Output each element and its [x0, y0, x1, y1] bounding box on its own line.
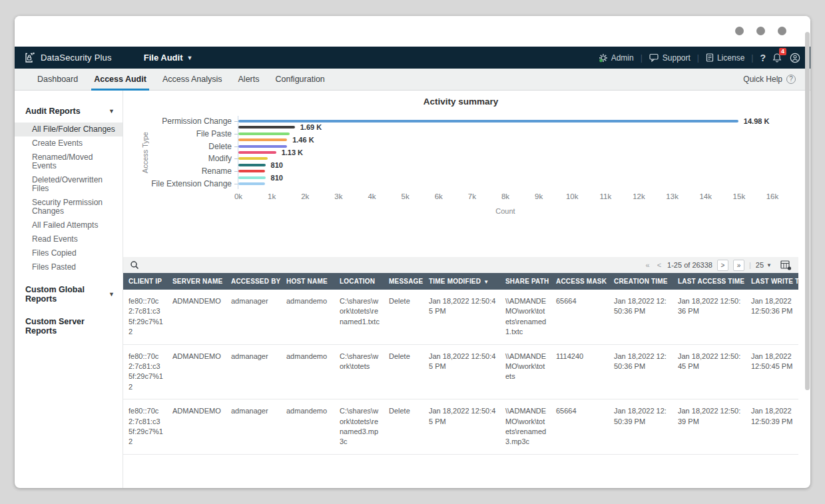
license-label: License	[717, 53, 744, 63]
table-row[interactable]: fe80::70c2:7c81:c35f:29c7%12ADMANDEMOadm…	[123, 344, 798, 399]
tab-dashboard[interactable]: Dashboard	[29, 69, 86, 91]
y-tick-mark	[234, 134, 238, 134]
next-page-button[interactable]: >	[717, 260, 728, 271]
table-cell: C:\shares\work\totets	[334, 344, 384, 399]
table-cell: admanager	[226, 399, 281, 455]
prev-page-button[interactable]: <	[656, 261, 663, 269]
chart-bar-file-paste[interactable]	[238, 132, 290, 135]
chart-data-label: 810	[271, 161, 283, 169]
license-menu[interactable]: License	[706, 53, 744, 63]
chart-bar-delete[interactable]	[238, 145, 287, 148]
chart-bar-series-1[interactable]	[238, 126, 295, 128]
sidebar-item-security-permission-changes[interactable]: Security Permission Changes	[15, 196, 123, 218]
audit-table-panel: « < 1-25 of 26338 > » | 25 ▼	[123, 257, 798, 488]
window-titlebar	[15, 16, 810, 47]
last-page-button[interactable]: »	[733, 260, 744, 271]
sidebar-item-files-pasted[interactable]: Files Pasted	[15, 260, 123, 274]
sidebar-item-files-copied[interactable]: Files Copied	[15, 246, 123, 260]
chevron-down-icon: ▼	[186, 55, 192, 61]
table-cell: 65664	[551, 290, 609, 344]
table-cell: Jan 18,2022 12:50:45 PM	[746, 344, 798, 399]
table-cell: fe80::70c2:7c81:c35f:29c7%12	[123, 344, 167, 399]
datasecurity-lock-icon	[25, 53, 35, 63]
sidebar-gap	[15, 340, 123, 345]
x-tick-label: 6k	[425, 192, 452, 200]
chart-bar-rename[interactable]	[238, 170, 265, 172]
window-control-dot[interactable]	[756, 27, 765, 35]
quick-help-button[interactable]: Quick Help ?	[743, 75, 796, 84]
table-row[interactable]: fe80::70c2:7c81:c35f:29c7%12ADMANDEMOadm…	[123, 290, 798, 344]
tab-access-audit[interactable]: Access Audit	[86, 69, 154, 91]
sidebar-section-audit-reports[interactable]: Audit Reports▼	[15, 103, 123, 120]
chart-bar-series-5[interactable]	[238, 151, 276, 154]
sidebar-section-custom-global-reports[interactable]: Custom Global Reports▼	[15, 281, 123, 308]
search-button[interactable]	[130, 260, 139, 270]
desktop-background: { "window": { "dot_count": 3 }, "header"…	[0, 0, 825, 504]
chart-bar-series-9[interactable]	[238, 176, 266, 179]
window-controls[interactable]	[735, 27, 786, 35]
tab-configuration[interactable]: Configuration	[267, 69, 332, 91]
activity-summary-chart: Activity summary Access Type Count Permi…	[123, 91, 810, 257]
window-control-dot[interactable]	[735, 27, 744, 35]
chart-category-label: Permission Change	[119, 117, 232, 126]
page-size-select[interactable]: 25 ▼	[756, 261, 772, 269]
admin-menu[interactable]: Admin	[599, 53, 634, 63]
table-cell: admandemo	[281, 290, 334, 344]
sidebar-item-deleted-overwritten-files[interactable]: Deleted/Overwritten Files	[15, 173, 123, 196]
account-button[interactable]	[790, 53, 800, 63]
sidebar-item-renamed-moved-events[interactable]: Renamed/Moved Events	[15, 150, 123, 173]
column-header-location[interactable]: LOCATION	[334, 273, 384, 290]
tabs-container: DashboardAccess AuditAccess AnalysisAler…	[29, 69, 333, 91]
column-header-share-path[interactable]: SHARE PATH	[500, 273, 551, 290]
column-header-accessed-by[interactable]: ACCESSED BY	[226, 273, 281, 290]
sidebar-item-all-failed-attempts[interactable]: All Failed Attempts	[15, 218, 123, 232]
table-row[interactable]: fe80::70c2:7c81:c35f:29c7%12ADMANDEMOadm…	[123, 399, 798, 455]
sidebar: Audit Reports▼All File/Folder ChangesCre…	[15, 91, 123, 488]
column-header-host-name[interactable]: HOST NAME	[281, 273, 334, 290]
sidebar-section-custom-server-reports[interactable]: Custom Server Reports	[15, 313, 123, 340]
column-header-client-ip[interactable]: CLIENT IP	[123, 273, 167, 290]
help-menu[interactable]: ?	[760, 53, 766, 63]
chart-data-label: 14.98 K	[744, 117, 770, 125]
chart-x-axis-label: Count	[238, 207, 772, 215]
first-page-button[interactable]: «	[645, 261, 651, 269]
sidebar-item-all-file-folder-changes[interactable]: All File/Folder Changes	[15, 123, 123, 136]
app-logo[interactable]: DataSecurity Plus	[25, 53, 112, 63]
column-header-time-modified[interactable]: TIME MODIFIED▼	[423, 273, 500, 290]
table-cell: Delete	[384, 399, 423, 455]
column-header-server-name[interactable]: SERVER NAME	[167, 273, 226, 290]
pagination: « < 1-25 of 26338 > » | 25 ▼	[645, 260, 792, 271]
window-control-dot[interactable]	[778, 27, 786, 35]
column-header-creation-time[interactable]: CREATION TIME	[609, 273, 673, 290]
tab-alerts[interactable]: Alerts	[230, 69, 268, 91]
column-settings-button[interactable]	[780, 260, 792, 270]
sidebar-item-read-events[interactable]: Read Events	[15, 232, 123, 246]
chart-bar-permission-change[interactable]	[238, 120, 738, 123]
x-tick-label: 12k	[626, 192, 653, 200]
table-cell: Jan 18,2022 12:50:36 PM	[746, 290, 798, 344]
vertical-scrollbar[interactable]	[805, 32, 810, 390]
y-tick-mark	[234, 121, 238, 122]
y-tick-mark	[234, 184, 238, 184]
module-selector[interactable]: File Audit ▼	[144, 53, 193, 63]
x-tick-label: 14k	[692, 192, 719, 200]
chart-bar-series-3[interactable]	[238, 138, 287, 141]
column-header-last-access-time[interactable]: LAST ACCESS TIME	[673, 273, 746, 290]
column-header-access-mask[interactable]: ACCESS MASK	[551, 273, 609, 290]
table-cell: Jan 18,2022 12:50:45 PM	[423, 399, 500, 455]
chart-bar-modify[interactable]	[238, 157, 268, 160]
column-header-last-write-time[interactable]: LAST WRITE TIME	[746, 273, 798, 290]
tab-access-analysis[interactable]: Access Analysis	[154, 69, 230, 91]
table-cell: Delete	[384, 344, 423, 399]
chart-bar-file-extension-change[interactable]	[238, 182, 265, 185]
sidebar-section-label: Custom Global Reports	[25, 285, 109, 304]
chart-bar-series-7[interactable]	[238, 164, 266, 166]
sidebar-item-create-events[interactable]: Create Events	[15, 136, 123, 150]
chart-plot-area: Count Permission Change14.98 K1.69 KFile…	[238, 118, 772, 187]
column-header-message[interactable]: MESSAGE	[384, 273, 423, 290]
x-tick-label: 1k	[258, 192, 285, 200]
notifications-button[interactable]: 4	[772, 53, 783, 63]
x-tick-label: 8k	[492, 192, 519, 200]
sidebar-section-label: Audit Reports	[25, 107, 81, 116]
support-menu[interactable]: Support	[649, 53, 690, 63]
